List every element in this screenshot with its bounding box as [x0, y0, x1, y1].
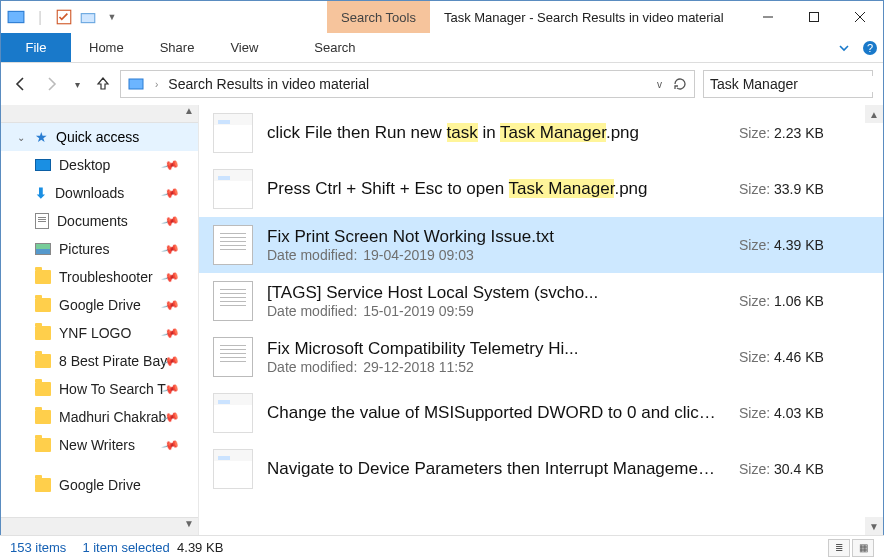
svg-text:?: ?	[867, 42, 873, 54]
maximize-button[interactable]	[791, 1, 837, 33]
nav-item-label: Google Drive	[59, 477, 141, 493]
tiles-view-button[interactable]: ▦	[852, 539, 874, 557]
file-name: Fix Microsoft Compatibility Telemetry Hi…	[267, 339, 721, 359]
quick-access-header[interactable]: ⌄ ★ Quick access	[1, 123, 198, 151]
file-name: [TAGS] Service Host Local System (svcho.…	[267, 283, 721, 303]
qat-separator: |	[31, 8, 49, 26]
file-size: Size: 1.06 KB	[735, 293, 865, 309]
result-row[interactable]: Fix Microsoft Compatibility Telemetry Hi…	[199, 329, 883, 385]
downloads-icon: ⬇	[35, 185, 47, 201]
result-row[interactable]: Change the value of MSISupported DWORD t…	[199, 385, 883, 441]
context-tab-header: Search Tools	[327, 1, 430, 33]
file-tab[interactable]: File	[1, 33, 71, 62]
result-row[interactable]: click File then Run new task in Task Man…	[199, 105, 883, 161]
result-row[interactable]: Navigate to Device Parameters then Inter…	[199, 441, 883, 497]
nav-item[interactable]: Google Drive📌	[1, 291, 198, 319]
file-thumbnail	[213, 113, 253, 153]
folder-icon	[35, 326, 51, 340]
svg-rect-4	[810, 13, 819, 22]
file-thumbnail	[213, 337, 253, 377]
pin-icon: 📌	[161, 155, 181, 175]
collapse-icon[interactable]: ⌄	[17, 132, 25, 143]
tab-search[interactable]: Search	[296, 33, 373, 62]
file-size: Size: 4.03 KB	[735, 405, 865, 421]
nav-item[interactable]: Documents📌	[1, 207, 198, 235]
refresh-icon[interactable]	[672, 76, 688, 92]
address-dropdown-icon[interactable]: v	[657, 79, 662, 90]
nav-item[interactable]: Desktop📌	[1, 151, 198, 179]
result-row[interactable]: Fix Print Screen Not Working Issue.txtDa…	[199, 217, 883, 273]
nav-item[interactable]: New Writers📌	[1, 431, 198, 459]
tab-share[interactable]: Share	[142, 33, 213, 62]
nav-scroll-up-icon[interactable]: ▲	[1, 105, 198, 123]
file-size: Size: 4.39 KB	[735, 237, 865, 253]
navigation-row: ▾ › Search Results in video material v ✕	[1, 63, 883, 105]
svg-rect-0	[8, 11, 24, 22]
nav-item-label: YNF LOGO	[59, 325, 131, 341]
nav-item[interactable]: Madhuri Chakrab📌	[1, 403, 198, 431]
folder-icon	[35, 298, 51, 312]
quick-access-label: Quick access	[56, 129, 139, 145]
tab-home[interactable]: Home	[71, 33, 142, 62]
search-box[interactable]: ✕	[703, 70, 873, 98]
forward-button[interactable]	[43, 75, 61, 93]
file-thumbnail	[213, 281, 253, 321]
nav-item-label: Desktop	[59, 157, 110, 173]
window-title: Task Manager - Search Results in video m…	[430, 10, 745, 25]
recent-locations-dropdown-icon[interactable]: ▾	[75, 79, 80, 90]
file-name: Press Ctrl + Shift + Esc to open Task Ma…	[267, 179, 721, 199]
breadcrumb[interactable]: Search Results in video material	[168, 76, 647, 92]
nav-item[interactable]: How To Search T📌	[1, 375, 198, 403]
back-button[interactable]	[11, 75, 29, 93]
result-row[interactable]: Press Ctrl + Shift + Esc to open Task Ma…	[199, 161, 883, 217]
file-name: Change the value of MSISupported DWORD t…	[267, 403, 721, 423]
navigation-pane: ▲ ⌄ ★ Quick access Desktop📌⬇Downloads📌Do…	[1, 105, 199, 535]
pin-icon: 📌	[161, 435, 181, 455]
nav-item-label: Troubleshooter	[59, 269, 153, 285]
location-icon	[127, 75, 145, 93]
up-button[interactable]	[94, 75, 112, 93]
nav-item-label: Google Drive	[59, 297, 141, 313]
file-size: Size: 30.4 KB	[735, 461, 865, 477]
status-bar: 153 items 1 item selected 4.39 KB ≣ ▦	[0, 535, 884, 559]
new-folder-icon[interactable]	[79, 8, 97, 26]
nav-item[interactable]: Pictures📌	[1, 235, 198, 263]
file-size: Size: 2.23 KB	[735, 125, 865, 141]
folder-icon	[35, 382, 51, 396]
search-input[interactable]	[710, 76, 884, 92]
nav-item[interactable]: 8 Best Pirate Bay📌	[1, 347, 198, 375]
pin-icon: 📌	[161, 183, 181, 203]
pin-icon: 📌	[161, 323, 181, 343]
qat-dropdown-icon[interactable]: ▼	[103, 8, 121, 26]
nav-item[interactable]: Troubleshooter📌	[1, 263, 198, 291]
pin-icon: 📌	[161, 267, 181, 287]
nav-scroll-down-icon[interactable]: ▼	[1, 517, 198, 535]
nav-item[interactable]: YNF LOGO📌	[1, 319, 198, 347]
nav-item-label: Madhuri Chakrab	[59, 409, 166, 425]
ribbon-collapse-icon[interactable]	[831, 33, 857, 62]
folder-icon	[35, 478, 51, 492]
content-scroll-up-icon[interactable]: ▲	[865, 105, 883, 123]
tab-view[interactable]: View	[212, 33, 276, 62]
file-name: click File then Run new task in Task Man…	[267, 123, 721, 143]
result-row[interactable]: [TAGS] Service Host Local System (svcho.…	[199, 273, 883, 329]
pictures-icon	[35, 243, 51, 255]
content-scroll-down-icon[interactable]: ▼	[865, 517, 883, 535]
file-subline: Date modified:15-01-2019 09:59	[267, 303, 721, 319]
properties-icon[interactable]	[55, 8, 73, 26]
nav-item-label: Documents	[57, 213, 128, 229]
details-view-button[interactable]: ≣	[828, 539, 850, 557]
nav-item[interactable]: ⬇Downloads📌	[1, 179, 198, 207]
documents-icon	[35, 213, 49, 229]
nav-item-google-drive-2[interactable]: Google Drive	[1, 471, 198, 499]
close-button[interactable]	[837, 1, 883, 33]
file-size: Size: 33.9 KB	[735, 181, 865, 197]
help-icon[interactable]: ?	[857, 33, 883, 62]
file-name: Fix Print Screen Not Working Issue.txt	[267, 227, 721, 247]
folder-icon	[35, 438, 51, 452]
results-list: ▲ click File then Run new task in Task M…	[199, 105, 883, 535]
file-thumbnail	[213, 449, 253, 489]
minimize-button[interactable]	[745, 1, 791, 33]
breadcrumb-chevron-icon[interactable]: ›	[155, 79, 158, 90]
address-bar[interactable]: › Search Results in video material v	[120, 70, 695, 98]
